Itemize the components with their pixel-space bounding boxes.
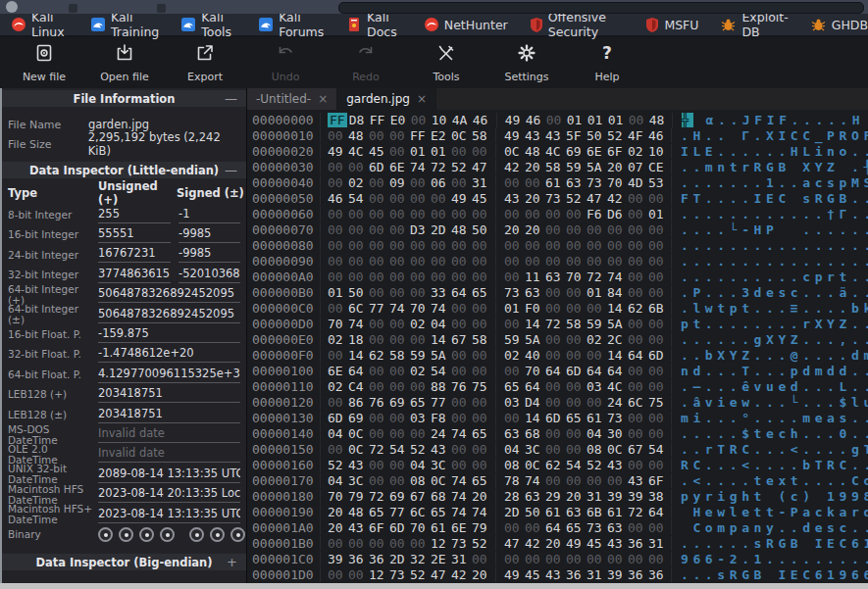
hex-byte-cell[interactable]: 02 [348,175,369,190]
hex-byte-cell[interactable]: 46 [526,113,546,127]
hex-byte-cell[interactable]: 42 [525,536,545,551]
hex-byte-cell[interactable]: 43 [607,536,628,551]
hex-byte-cell[interactable]: 50 [587,128,607,143]
hex-byte-cell[interactable]: 00 [566,473,587,488]
inspector-value[interactable]: 2089-08-14 13:13:35 UTC [98,466,240,483]
hex-byte-cell[interactable]: 00 [628,285,648,300]
inspector-value[interactable]: 4.129770096115325e+30 [98,367,240,383]
hex-byte-cell[interactable]: 00 [587,473,607,488]
hex-byte-cell[interactable]: 64 [348,364,369,378]
hex-byte-cell[interactable]: 20 [525,222,545,237]
hex-byte-cell[interactable]: 6F [607,144,628,159]
hex-byte-cell[interactable]: 00 [410,270,431,284]
hex-byte-cell[interactable]: 3C [525,442,545,457]
inspector-value[interactable]: 3774863615 [98,267,171,283]
hex-byte-cell[interactable]: 58 [472,332,492,347]
hex-byte-cell[interactable]: 00 [545,332,566,347]
hex-byte-cell[interactable]: 00 [566,301,587,316]
hex-byte-cell[interactable]: 00 [369,128,389,143]
hex-byte-cell[interactable]: 67 [410,489,431,504]
hex-byte-cell[interactable]: 00 [566,348,587,363]
tab-untitled[interactable]: -Untitled-× [247,88,337,110]
hex-byte-cell[interactable]: 65 [472,426,492,441]
hex-byte-cell[interactable]: 72 [369,442,389,457]
hex-byte-cell[interactable]: 52 [451,160,472,174]
hex-byte-cell[interactable]: FF [370,113,390,127]
inspector-value[interactable]: -9985 [179,226,240,243]
hex-byte-cell[interactable]: 09 [389,175,410,190]
bit-toggle[interactable] [230,527,245,542]
hex-byte-cell[interactable]: 04 [587,426,607,441]
hex-byte-cell[interactable]: 6B [587,505,607,519]
hex-byte-cell[interactable]: 01 [648,207,669,221]
ascii-cell[interactable]: . [828,113,840,127]
hex-byte-cell[interactable]: 02 [495,348,525,363]
hex-byte-cell[interactable]: 73 [587,175,607,190]
inspector-value[interactable]: -1 [179,207,240,223]
hex-byte-cell[interactable]: 00 [566,442,587,457]
hex-byte-cell[interactable]: 0C [431,473,451,488]
hex-byte-cell[interactable]: 00 [472,364,492,378]
tab-garden-jpg[interactable]: garden.jpg× [337,88,436,110]
hex-byte-cell[interactable]: 76 [369,395,389,410]
bookmark-kali-linux[interactable]: Kali Linux [12,10,69,39]
ascii-cell[interactable]: J [742,113,754,127]
hex-byte-cell[interactable]: 00 [451,301,472,316]
hex-byte-cell[interactable]: 48 [525,144,545,159]
hex-byte-cell[interactable]: 69 [389,489,410,504]
hex-byte-cell[interactable]: 00 [587,222,607,237]
hex-byte-cell[interactable]: 47 [431,567,451,582]
hex-byte-cell[interactable]: 00 [545,442,566,457]
hex-byte-cell[interactable]: 00 [545,285,566,300]
hex-byte-cell[interactable]: 70 [410,520,431,535]
hex-byte-cell[interactable]: 52 [410,567,431,582]
hex-byte-cell[interactable]: 00 [495,207,525,221]
hex-byte-cell[interactable]: 84 [607,285,628,300]
hex-byte-cell[interactable]: 52 [472,536,492,551]
hex-byte-cell[interactable]: C4 [348,379,369,394]
hex-byte-cell[interactable]: 00 [648,411,669,425]
hex-byte-cell[interactable]: 00 [472,144,492,159]
hex-byte-cell[interactable]: 00 [525,175,545,190]
hex-byte-cell[interactable]: 31 [451,552,472,566]
hex-byte-cell[interactable]: 6F [369,520,389,535]
hex-byte-cell[interactable]: 00 [629,113,649,127]
hex-byte-cell[interactable]: 00 [348,222,369,237]
hex-byte-cell[interactable]: 00 [648,458,669,472]
hex-byte-cell[interactable]: D8 [349,113,370,127]
hex-byte-cell[interactable]: 10 [648,144,669,159]
hex-byte-cell[interactable]: 00 [451,144,472,159]
hex-byte-cell[interactable]: 54 [566,458,587,472]
hex-byte-cell[interactable]: 00 [328,128,348,143]
hex-byte-cell[interactable]: 00 [410,238,431,253]
hex-byte-cell[interactable]: 0C [525,458,545,472]
hex-byte-cell[interactable]: 74 [472,505,492,519]
hex-byte-cell[interactable]: 00 [389,191,410,206]
bit-toggle[interactable] [139,527,154,542]
hex-byte-cell[interactable]: 00 [628,207,648,221]
hex-byte-cell[interactable]: 65 [566,520,587,535]
hex-byte-cell[interactable]: 00 [410,332,431,347]
hex-byte-cell[interactable]: 00 [648,285,669,300]
hex-byte-cell[interactable]: 00 [369,379,389,394]
hex-byte-cell[interactable]: 2D [431,222,451,237]
hex-byte-cell[interactable]: 00 [472,207,492,221]
hex-byte-cell[interactable]: 00 [348,270,369,284]
hex-byte-cell[interactable]: 01 [608,113,629,127]
hex-byte-cell[interactable]: 73 [495,285,525,300]
hex-byte-cell[interactable]: 14 [607,348,628,363]
hex-byte-cell[interactable]: 74 [389,301,410,316]
hex-byte-cell[interactable]: 62 [628,301,648,316]
hex-byte-cell[interactable]: 62 [545,458,566,472]
hex-byte-cell[interactable]: 00 [648,270,669,284]
hex-byte-cell[interactable]: 00 [328,222,348,237]
hex-byte-cell[interactable]: 64 [648,505,669,519]
hex-byte-cell[interactable]: 00 [369,175,389,190]
hex-byte-cell[interactable]: 24 [607,395,628,410]
hex-byte-cell[interactable]: 14 [607,301,628,316]
hex-byte-cell[interactable]: 2E [431,552,451,566]
hex-byte-cell[interactable]: 67 [451,332,472,347]
export-button[interactable]: Export [165,40,245,85]
hex-byte-cell[interactable]: 00 [628,332,648,347]
bookmark-kali-forums[interactable]: Kali Forums [259,10,325,39]
